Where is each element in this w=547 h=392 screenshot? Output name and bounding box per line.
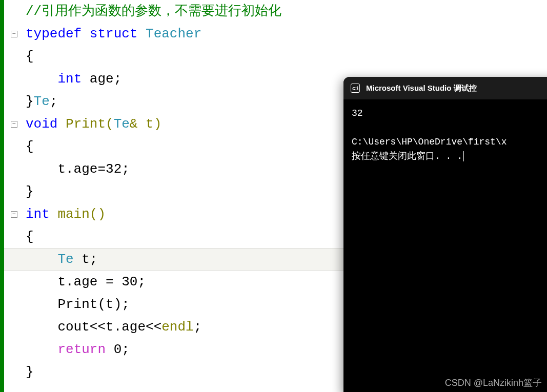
debug-console-window[interactable]: c:\ Microsoft Visual Studio 调试控 ✕ 32 C:\… (343, 77, 547, 392)
code-line: − typedef struct Teacher (4, 23, 547, 45)
code-line: { (4, 45, 547, 68)
comment-text: //引用作为函数的参数，不需要进行初始化 (26, 4, 281, 19)
watermark: CSDN @LaNzikinh篮子 (445, 377, 542, 389)
console-title: Microsoft Visual Studio 调试控 (366, 84, 547, 93)
fold-minus-icon[interactable]: − (11, 31, 17, 37)
console-output: 32 C:\Users\HP\OneDrive\first\x 按任意键关闭此窗… (343, 99, 547, 171)
fold-minus-icon[interactable]: − (11, 211, 17, 218)
text-cursor (463, 151, 464, 161)
terminal-icon: c:\ (351, 84, 360, 93)
code-line: //引用作为函数的参数，不需要进行初始化 (4, 0, 547, 23)
fold-minus-icon[interactable]: − (11, 121, 17, 128)
console-titlebar[interactable]: c:\ Microsoft Visual Studio 调试控 ✕ (343, 77, 547, 99)
